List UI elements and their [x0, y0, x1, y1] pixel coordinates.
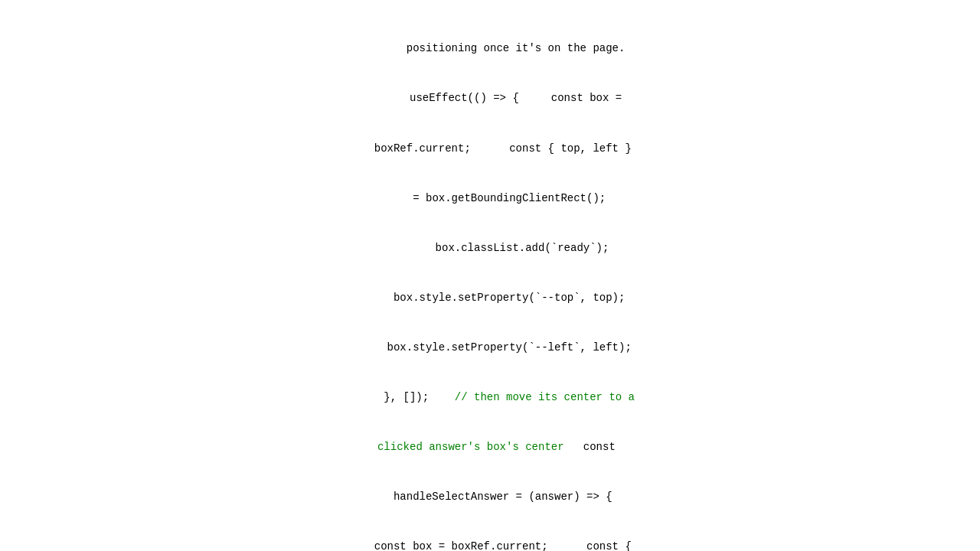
code-line-3: boxRef.current; const { top, left } [0, 141, 980, 158]
code-line-6: box.style.setProperty(`--top`, top); [0, 290, 980, 307]
code-line-2: useEffect(() => { const box = [0, 90, 980, 107]
code-line-11: const box = boxRef.current; const { [0, 539, 980, 551]
code-line-8: }, []); // then move its center to a [0, 390, 980, 406]
code-line-4: = box.getBoundingClientRect(); [0, 191, 980, 207]
code-line-5: box.classList.add(`ready`); [0, 240, 980, 257]
code-line-7: box.style.setProperty(`--left`, left); [0, 340, 980, 357]
code-line-10: handleSelectAnswer = (answer) => { [0, 489, 980, 506]
code-line-1: positioning once it's on the page. [0, 41, 980, 57]
code-block: positioning once it's on the page. useEf… [0, 0, 980, 551]
code-line-9: clicked answer's box's center const [0, 439, 980, 456]
